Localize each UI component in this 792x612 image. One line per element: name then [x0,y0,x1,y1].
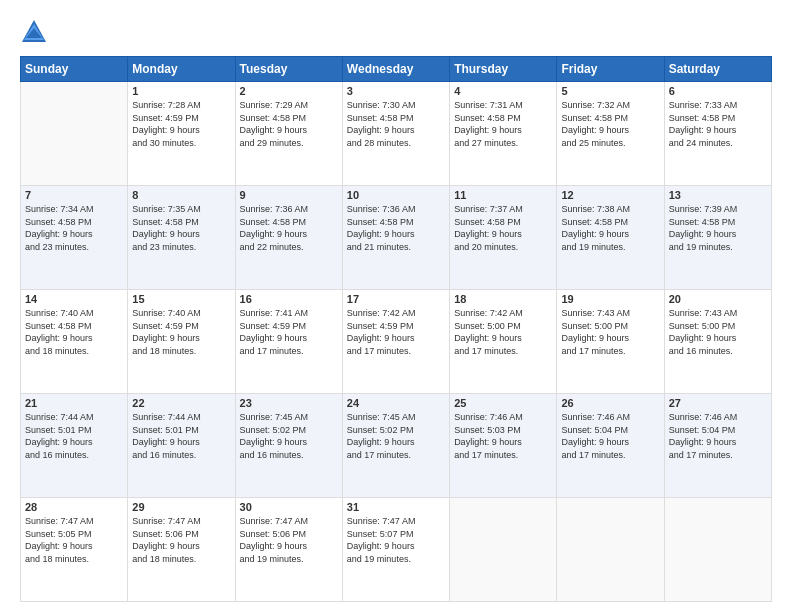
calendar-cell: 31Sunrise: 7:47 AM Sunset: 5:07 PM Dayli… [342,498,449,602]
day-info: Sunrise: 7:32 AM Sunset: 4:58 PM Dayligh… [561,99,659,149]
day-info: Sunrise: 7:29 AM Sunset: 4:58 PM Dayligh… [240,99,338,149]
calendar-week-row: 1Sunrise: 7:28 AM Sunset: 4:59 PM Daylig… [21,82,772,186]
calendar-cell: 12Sunrise: 7:38 AM Sunset: 4:58 PM Dayli… [557,186,664,290]
calendar-table: SundayMondayTuesdayWednesdayThursdayFrid… [20,56,772,602]
day-info: Sunrise: 7:28 AM Sunset: 4:59 PM Dayligh… [132,99,230,149]
calendar-header-monday: Monday [128,57,235,82]
day-info: Sunrise: 7:43 AM Sunset: 5:00 PM Dayligh… [561,307,659,357]
calendar-cell: 19Sunrise: 7:43 AM Sunset: 5:00 PM Dayli… [557,290,664,394]
day-number: 3 [347,85,445,97]
calendar-cell: 16Sunrise: 7:41 AM Sunset: 4:59 PM Dayli… [235,290,342,394]
calendar-cell: 2Sunrise: 7:29 AM Sunset: 4:58 PM Daylig… [235,82,342,186]
calendar-header-row: SundayMondayTuesdayWednesdayThursdayFrid… [21,57,772,82]
day-number: 1 [132,85,230,97]
day-number: 4 [454,85,552,97]
logo [20,18,52,46]
day-info: Sunrise: 7:46 AM Sunset: 5:04 PM Dayligh… [561,411,659,461]
day-info: Sunrise: 7:44 AM Sunset: 5:01 PM Dayligh… [25,411,123,461]
calendar-cell [21,82,128,186]
calendar-cell [450,498,557,602]
calendar-header-friday: Friday [557,57,664,82]
day-number: 27 [669,397,767,409]
calendar-cell: 13Sunrise: 7:39 AM Sunset: 4:58 PM Dayli… [664,186,771,290]
calendar-cell: 3Sunrise: 7:30 AM Sunset: 4:58 PM Daylig… [342,82,449,186]
calendar-cell: 25Sunrise: 7:46 AM Sunset: 5:03 PM Dayli… [450,394,557,498]
calendar-header-tuesday: Tuesday [235,57,342,82]
day-info: Sunrise: 7:30 AM Sunset: 4:58 PM Dayligh… [347,99,445,149]
day-number: 2 [240,85,338,97]
day-info: Sunrise: 7:46 AM Sunset: 5:04 PM Dayligh… [669,411,767,461]
calendar-cell: 24Sunrise: 7:45 AM Sunset: 5:02 PM Dayli… [342,394,449,498]
calendar-week-row: 14Sunrise: 7:40 AM Sunset: 4:58 PM Dayli… [21,290,772,394]
calendar-cell: 10Sunrise: 7:36 AM Sunset: 4:58 PM Dayli… [342,186,449,290]
day-info: Sunrise: 7:31 AM Sunset: 4:58 PM Dayligh… [454,99,552,149]
day-number: 30 [240,501,338,513]
calendar-cell: 5Sunrise: 7:32 AM Sunset: 4:58 PM Daylig… [557,82,664,186]
day-number: 11 [454,189,552,201]
day-number: 28 [25,501,123,513]
calendar-cell: 9Sunrise: 7:36 AM Sunset: 4:58 PM Daylig… [235,186,342,290]
calendar-header-thursday: Thursday [450,57,557,82]
day-number: 20 [669,293,767,305]
day-number: 18 [454,293,552,305]
day-number: 31 [347,501,445,513]
day-number: 14 [25,293,123,305]
day-info: Sunrise: 7:41 AM Sunset: 4:59 PM Dayligh… [240,307,338,357]
day-info: Sunrise: 7:39 AM Sunset: 4:58 PM Dayligh… [669,203,767,253]
day-number: 5 [561,85,659,97]
calendar-cell: 4Sunrise: 7:31 AM Sunset: 4:58 PM Daylig… [450,82,557,186]
calendar-header-sunday: Sunday [21,57,128,82]
day-info: Sunrise: 7:38 AM Sunset: 4:58 PM Dayligh… [561,203,659,253]
day-number: 29 [132,501,230,513]
page: SundayMondayTuesdayWednesdayThursdayFrid… [0,0,792,612]
day-number: 21 [25,397,123,409]
day-info: Sunrise: 7:47 AM Sunset: 5:05 PM Dayligh… [25,515,123,565]
day-info: Sunrise: 7:42 AM Sunset: 4:59 PM Dayligh… [347,307,445,357]
logo-icon [20,18,48,46]
day-info: Sunrise: 7:37 AM Sunset: 4:58 PM Dayligh… [454,203,552,253]
calendar-cell [557,498,664,602]
calendar-cell: 30Sunrise: 7:47 AM Sunset: 5:06 PM Dayli… [235,498,342,602]
calendar-week-row: 28Sunrise: 7:47 AM Sunset: 5:05 PM Dayli… [21,498,772,602]
header [20,18,772,46]
day-number: 15 [132,293,230,305]
day-info: Sunrise: 7:43 AM Sunset: 5:00 PM Dayligh… [669,307,767,357]
calendar-cell: 11Sunrise: 7:37 AM Sunset: 4:58 PM Dayli… [450,186,557,290]
calendar-cell: 14Sunrise: 7:40 AM Sunset: 4:58 PM Dayli… [21,290,128,394]
calendar-cell: 23Sunrise: 7:45 AM Sunset: 5:02 PM Dayli… [235,394,342,498]
day-number: 25 [454,397,552,409]
calendar-cell: 1Sunrise: 7:28 AM Sunset: 4:59 PM Daylig… [128,82,235,186]
day-info: Sunrise: 7:42 AM Sunset: 5:00 PM Dayligh… [454,307,552,357]
day-info: Sunrise: 7:44 AM Sunset: 5:01 PM Dayligh… [132,411,230,461]
calendar-cell: 18Sunrise: 7:42 AM Sunset: 5:00 PM Dayli… [450,290,557,394]
day-number: 7 [25,189,123,201]
calendar-cell: 7Sunrise: 7:34 AM Sunset: 4:58 PM Daylig… [21,186,128,290]
calendar-cell: 8Sunrise: 7:35 AM Sunset: 4:58 PM Daylig… [128,186,235,290]
day-info: Sunrise: 7:45 AM Sunset: 5:02 PM Dayligh… [240,411,338,461]
calendar-week-row: 21Sunrise: 7:44 AM Sunset: 5:01 PM Dayli… [21,394,772,498]
calendar-header-saturday: Saturday [664,57,771,82]
calendar-cell [664,498,771,602]
day-number: 17 [347,293,445,305]
day-number: 16 [240,293,338,305]
day-info: Sunrise: 7:36 AM Sunset: 4:58 PM Dayligh… [347,203,445,253]
calendar-cell: 27Sunrise: 7:46 AM Sunset: 5:04 PM Dayli… [664,394,771,498]
calendar-cell: 28Sunrise: 7:47 AM Sunset: 5:05 PM Dayli… [21,498,128,602]
calendar-cell: 26Sunrise: 7:46 AM Sunset: 5:04 PM Dayli… [557,394,664,498]
day-info: Sunrise: 7:47 AM Sunset: 5:07 PM Dayligh… [347,515,445,565]
day-number: 22 [132,397,230,409]
calendar-cell: 6Sunrise: 7:33 AM Sunset: 4:58 PM Daylig… [664,82,771,186]
day-number: 24 [347,397,445,409]
day-number: 23 [240,397,338,409]
day-info: Sunrise: 7:34 AM Sunset: 4:58 PM Dayligh… [25,203,123,253]
calendar-cell: 29Sunrise: 7:47 AM Sunset: 5:06 PM Dayli… [128,498,235,602]
day-number: 9 [240,189,338,201]
calendar-cell: 20Sunrise: 7:43 AM Sunset: 5:00 PM Dayli… [664,290,771,394]
calendar-week-row: 7Sunrise: 7:34 AM Sunset: 4:58 PM Daylig… [21,186,772,290]
day-info: Sunrise: 7:36 AM Sunset: 4:58 PM Dayligh… [240,203,338,253]
day-info: Sunrise: 7:40 AM Sunset: 4:58 PM Dayligh… [25,307,123,357]
day-info: Sunrise: 7:33 AM Sunset: 4:58 PM Dayligh… [669,99,767,149]
day-info: Sunrise: 7:45 AM Sunset: 5:02 PM Dayligh… [347,411,445,461]
calendar-cell: 21Sunrise: 7:44 AM Sunset: 5:01 PM Dayli… [21,394,128,498]
day-number: 10 [347,189,445,201]
